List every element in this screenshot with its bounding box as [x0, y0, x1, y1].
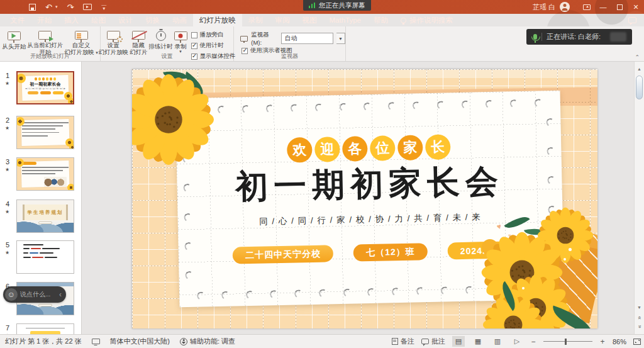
checkbox-icon: [191, 32, 197, 38]
tab-view[interactable]: 视图: [296, 14, 323, 26]
tab-record[interactable]: 录制: [242, 14, 269, 26]
monitor-select[interactable]: 自动: [281, 33, 333, 44]
mini-title: 学生培养规划: [28, 210, 64, 216]
monitor-select-arrow[interactable]: ▼: [336, 33, 345, 44]
mini-button-pill: [38, 222, 52, 225]
rehearse-timings-button[interactable]: 排练计时: [149, 28, 173, 55]
slide-number: 3: [6, 158, 9, 166]
thumbnail-slide-2[interactable]: [16, 116, 74, 149]
slide-number: 5: [6, 241, 9, 249]
mini-text-lines: [22, 167, 69, 177]
previous-slide-button[interactable]: «: [635, 314, 644, 321]
welcome-char: 家: [397, 135, 423, 160]
comment-icon: [421, 339, 429, 344]
play-narrations-checkbox[interactable]: 播放旁白: [191, 31, 236, 39]
tab-animations[interactable]: 动画: [166, 14, 193, 26]
tab-draw[interactable]: 绘图: [85, 14, 112, 26]
use-timings-checkbox[interactable]: 使用计时: [191, 42, 236, 50]
animation-star-icon: [5, 209, 9, 215]
thumbnail-slide-4[interactable]: 学生培养规划: [16, 199, 74, 233]
close-button[interactable]: ✕: [628, 0, 644, 14]
tab-transitions[interactable]: 切换: [139, 14, 166, 26]
normal-view-button[interactable]: ▤: [452, 336, 465, 347]
vertical-scrollbar[interactable]: ▲ ▼ « «: [634, 62, 644, 334]
tab-file[interactable]: 文件: [4, 14, 31, 26]
zoom-slider-thumb[interactable]: [565, 339, 567, 345]
collapse-ribbon-icon[interactable]: ⌃: [635, 55, 640, 60]
slide-canvas[interactable]: 欢 迎 各 位 家 长 初一期初家长会 同 / 心 / 同 / 行 / 家 / …: [132, 69, 597, 328]
next-slide-button[interactable]: «: [635, 323, 644, 330]
slideshow-view-button[interactable]: ▷: [511, 336, 523, 347]
chat-placeholder[interactable]: 说点什么...: [20, 290, 57, 299]
tab-insert[interactable]: 插入: [58, 14, 85, 26]
zoom-out-button[interactable]: [530, 337, 536, 346]
avatar[interactable]: [560, 2, 570, 12]
zoom-level[interactable]: 86%: [613, 338, 626, 345]
from-beginning-button[interactable]: 从头开始: [2, 28, 26, 55]
record-icon: [174, 31, 187, 40]
welcome-char: 欢: [287, 137, 313, 163]
reading-view-button[interactable]: ▥: [491, 336, 504, 347]
slide-title: 初一期初家长会: [177, 159, 562, 211]
scroll-up-icon[interactable]: ▲: [635, 64, 644, 73]
fit-to-window-icon[interactable]: [633, 339, 641, 345]
tell-me-search[interactable]: 操作说明搜索: [394, 14, 459, 26]
scrollbar-thumb[interactable]: [636, 76, 643, 99]
status-bar: 幻灯片 第 1 张，共 22 张 简体中文(中国大陆) 辅助功能: 调查 备注 …: [0, 334, 644, 348]
redo-icon[interactable]: ↷: [67, 3, 74, 11]
monitor-icon: [240, 36, 248, 42]
zoom-slider[interactable]: [543, 341, 592, 342]
chevron-left-icon[interactable]: ‹: [59, 291, 62, 298]
hide-slide-button[interactable]: 隐藏 幻灯片: [130, 28, 148, 55]
chat-input-overlay[interactable]: ☺ 说点什么... ‹: [3, 286, 66, 303]
start-slideshow-icon[interactable]: [83, 4, 92, 10]
scroll-down-icon[interactable]: ▼: [635, 303, 644, 312]
animation-star-icon: [5, 81, 9, 86]
zoom-in-button[interactable]: [599, 337, 606, 346]
emoji-icon[interactable]: ☺: [5, 288, 18, 301]
monitor-label: 监视器(M):: [251, 31, 277, 46]
screen-sharing-text: 您正在共享屏幕: [319, 1, 365, 10]
restore-button[interactable]: [611, 0, 628, 14]
from-current-slide-button[interactable]: 从当前幻灯片 开始: [27, 28, 63, 55]
accessibility-status[interactable]: 辅助功能: 调查: [180, 337, 235, 346]
thumbnail-slide-3[interactable]: [16, 157, 74, 191]
record-button[interactable]: 录制 ▾: [174, 28, 187, 55]
white-dot: [569, 248, 572, 251]
tell-me-label: 操作说明搜索: [409, 16, 453, 25]
minimize-button[interactable]: —: [595, 0, 611, 14]
tab-mathtype[interactable]: MathType: [323, 14, 368, 26]
comments-button[interactable]: 批注: [421, 337, 445, 346]
customize-qat-icon[interactable]: —▾: [101, 3, 106, 11]
notes-icon: [392, 338, 398, 345]
signal-bars-icon: [309, 3, 316, 9]
comments-bubble-icon[interactable]: [628, 17, 636, 23]
school-badge: 二十四中天宁分校: [233, 245, 334, 264]
notes-button[interactable]: 备注: [392, 337, 414, 346]
from-beginning-icon: [8, 31, 21, 40]
account-name[interactable]: 芷瑶 白: [533, 3, 555, 12]
mini-people-image: [44, 177, 67, 187]
thumbnail-slide-7[interactable]: [16, 323, 74, 334]
mini-text-lines: [23, 244, 69, 245]
undo-icon[interactable]: ↶: [45, 3, 52, 11]
thumbnail-slide-5[interactable]: [16, 240, 74, 274]
setup-slideshow-button[interactable]: 设置 幻灯片放映: [99, 28, 129, 55]
tab-slideshow-active[interactable]: 幻灯片放映: [193, 14, 242, 26]
tab-help[interactable]: 帮助: [367, 14, 394, 26]
language-status[interactable]: 简体中文(中国大陆): [110, 337, 170, 346]
ribbon-display-options-button[interactable]: [579, 0, 595, 14]
slide-sorter-view-button[interactable]: ▦: [472, 336, 484, 347]
slide-number: 2: [6, 116, 9, 124]
group-label-setup: 设置: [101, 52, 233, 60]
tab-design[interactable]: 设计: [112, 14, 139, 26]
tab-review[interactable]: 审阅: [269, 14, 296, 26]
tab-home[interactable]: 开始: [31, 14, 58, 26]
custom-slideshow-button[interactable]: 自定义 幻灯片放映 ▾: [64, 28, 98, 55]
undo-dropdown-icon[interactable]: ▾: [55, 4, 58, 9]
display-settings-icon[interactable]: [92, 339, 100, 344]
thumbnail-slide-1[interactable]: 初一期初家长会 同 / 心 / 同 / 行 / 家 / 校 / 协 / 力 / …: [16, 71, 74, 104]
save-icon[interactable]: [29, 4, 36, 11]
divider: [541, 33, 542, 41]
voice-speaking-bar[interactable]: 正在讲话: 白老师:: [526, 29, 632, 45]
